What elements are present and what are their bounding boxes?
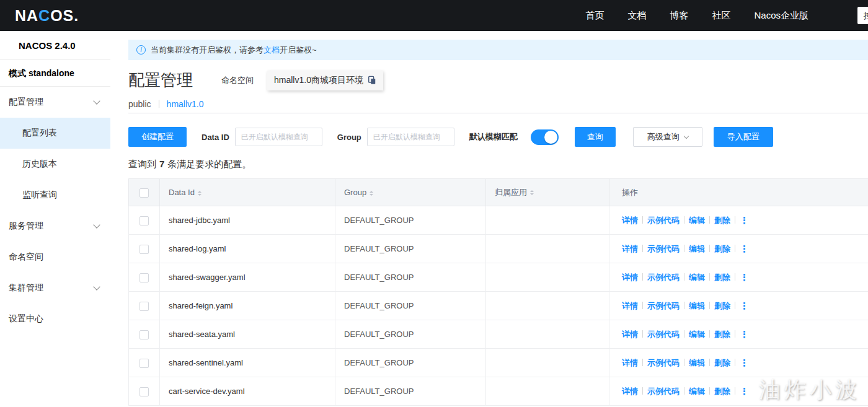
table-row: shared-swagger.yaml DEFAULT_GROUP 详情示例代码… — [129, 263, 868, 292]
cell-data-id: cart-service-dev.yaml — [160, 377, 335, 406]
advanced-query-button[interactable]: 高级查询 — [633, 127, 702, 147]
create-config-button[interactable]: 创建配置 — [128, 127, 187, 147]
sort-icon[interactable] — [530, 190, 534, 195]
action-sample-code[interactable]: 示例代码 — [647, 358, 680, 367]
console-button[interactable]: 控制台 — [857, 7, 868, 24]
main-content: i 当前集群没有开启鉴权，请参考文档开启鉴权~ 配置管理 命名空间 hmallv… — [110, 31, 868, 407]
advanced-query-label: 高级查询 — [647, 131, 680, 142]
action-delete[interactable]: 删除 — [714, 216, 730, 225]
more-actions-icon[interactable]: ⋮ — [740, 386, 749, 396]
action-delete[interactable]: 删除 — [714, 330, 730, 339]
row-checkbox[interactable] — [140, 330, 149, 339]
sidebar-item-config-list[interactable]: 配置列表 — [0, 118, 110, 149]
result-summary: 查询到7条满足要求的配置。 — [128, 159, 868, 170]
app-version: NACOS 2.4.0 — [0, 31, 110, 60]
action-sample-code[interactable]: 示例代码 — [647, 273, 680, 282]
row-checkbox[interactable] — [140, 245, 149, 254]
column-label: 归属应用 — [495, 188, 527, 197]
more-actions-icon[interactable]: ⋮ — [740, 357, 749, 368]
action-detail[interactable]: 详情 — [622, 387, 638, 396]
action-delete[interactable]: 删除 — [714, 301, 730, 310]
sidebar-item-namespace[interactable]: 命名空间 — [0, 242, 110, 273]
logo-text: NA — [15, 7, 38, 25]
cell-app — [486, 349, 609, 377]
nav-item-community[interactable]: 社区 — [712, 10, 730, 22]
column-label: Group — [344, 188, 366, 197]
row-checkbox[interactable] — [140, 387, 149, 396]
action-sample-code[interactable]: 示例代码 — [647, 301, 680, 310]
action-edit[interactable]: 编辑 — [689, 301, 705, 310]
nav-item-home[interactable]: 首页 — [585, 10, 604, 22]
action-detail[interactable]: 详情 — [622, 301, 638, 310]
action-edit[interactable]: 编辑 — [689, 216, 705, 225]
column-header-data-id: Data Id — [160, 179, 335, 206]
banner-text: 当前集群没有开启鉴权，请参考文档开启鉴权~ — [151, 45, 317, 56]
action-edit[interactable]: 编辑 — [689, 330, 705, 339]
auth-warning-banner: i 当前集群没有开启鉴权，请参考文档开启鉴权~ — [128, 40, 868, 60]
action-delete[interactable]: 删除 — [714, 244, 730, 253]
more-actions-icon[interactable]: ⋮ — [740, 215, 749, 225]
import-config-button[interactable]: 导入配置 — [714, 127, 773, 147]
action-delete[interactable]: 删除 — [714, 273, 730, 282]
action-edit[interactable]: 编辑 — [689, 387, 705, 396]
sidebar-item-history-versions[interactable]: 历史版本 — [0, 149, 110, 180]
more-actions-icon[interactable]: ⋮ — [740, 329, 749, 339]
table-row: shared-log.yaml DEFAULT_GROUP 详情示例代码编辑删除… — [129, 235, 868, 263]
action-edit[interactable]: 编辑 — [689, 358, 705, 367]
docs-link[interactable]: 文档 — [264, 45, 280, 55]
action-sample-code[interactable]: 示例代码 — [647, 330, 680, 339]
action-edit[interactable]: 编辑 — [689, 244, 705, 253]
action-delete[interactable]: 删除 — [714, 358, 730, 367]
action-edit[interactable]: 编辑 — [689, 273, 705, 282]
nav-item-blog[interactable]: 博客 — [670, 10, 688, 22]
cell-group: DEFAULT_GROUP — [335, 292, 486, 320]
cell-app — [486, 377, 609, 406]
nav-item-docs[interactable]: 文档 — [627, 10, 646, 22]
action-detail[interactable]: 详情 — [622, 330, 638, 339]
mode-label: 模式 — [9, 68, 26, 78]
action-sample-code[interactable]: 示例代码 — [647, 216, 680, 225]
action-detail[interactable]: 详情 — [622, 273, 638, 282]
search-toolbar: 创建配置 Data ID Group 默认模糊匹配 查询 高级查询 导入配置 — [128, 127, 868, 147]
sidebar-item-service-management[interactable]: 服务管理 — [0, 211, 110, 242]
action-detail[interactable]: 详情 — [622, 244, 638, 253]
action-detail[interactable]: 详情 — [622, 358, 638, 367]
action-sample-code[interactable]: 示例代码 — [647, 244, 680, 253]
sort-icon[interactable] — [198, 191, 202, 196]
cell-group: DEFAULT_GROUP — [335, 206, 486, 235]
row-checkbox[interactable] — [140, 216, 149, 225]
row-checkbox[interactable] — [140, 359, 149, 368]
more-actions-icon[interactable]: ⋮ — [740, 300, 749, 311]
fuzzy-match-toggle[interactable] — [531, 129, 559, 145]
action-delete[interactable]: 删除 — [714, 387, 730, 396]
action-sample-code[interactable]: 示例代码 — [647, 387, 680, 396]
result-count: 7 — [159, 159, 164, 169]
nacos-logo[interactable]: NACOS. — [15, 7, 79, 25]
cell-group: DEFAULT_GROUP — [335, 320, 486, 349]
select-all-checkbox[interactable] — [140, 188, 149, 198]
group-input[interactable] — [367, 128, 454, 146]
sidebar-item-config-management[interactable]: 配置管理 — [0, 87, 110, 118]
column-header-actions: 操作 — [609, 179, 868, 206]
cell-data-id: shared-feign.yaml — [160, 292, 335, 320]
sidebar-item-cluster-management[interactable]: 集群管理 — [0, 273, 110, 304]
column-label: 操作 — [622, 188, 638, 197]
cell-app — [486, 292, 609, 320]
tab-public[interactable]: public — [128, 99, 151, 109]
banner-text-before: 当前集群没有开启鉴权，请参考 — [151, 45, 264, 55]
more-actions-icon[interactable]: ⋮ — [740, 272, 749, 282]
query-button[interactable]: 查询 — [575, 127, 616, 147]
sidebar-item-settings-center[interactable]: 设置中心 — [0, 304, 110, 335]
more-actions-icon[interactable]: ⋮ — [740, 243, 749, 254]
sidebar-item-listener-query[interactable]: 监听查询 — [0, 180, 110, 211]
tab-hmallv1[interactable]: hmallv1.0 — [167, 99, 204, 109]
cell-data-id: shared-jdbc.yaml — [160, 206, 335, 235]
data-id-input[interactable] — [235, 128, 322, 146]
row-checkbox[interactable] — [140, 302, 149, 311]
data-id-label: Data ID — [202, 133, 229, 142]
sort-icon[interactable] — [370, 191, 373, 196]
copy-icon[interactable] — [368, 76, 376, 85]
action-detail[interactable]: 详情 — [622, 216, 638, 225]
nav-item-enterprise[interactable]: Nacos企业版 — [754, 10, 808, 22]
row-checkbox[interactable] — [140, 273, 149, 282]
